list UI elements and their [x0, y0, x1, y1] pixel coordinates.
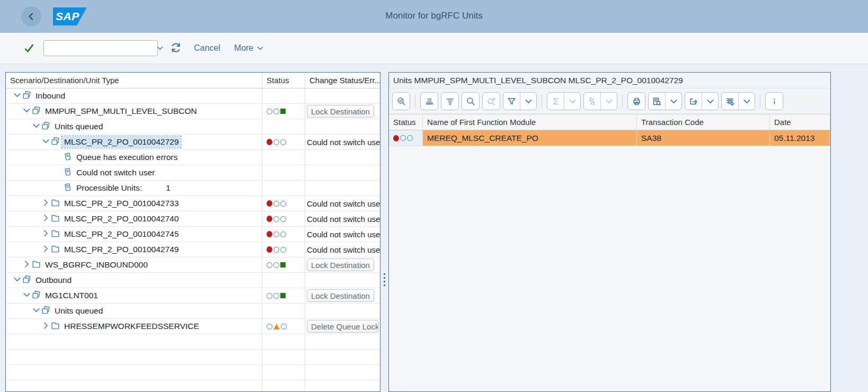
- toolbar-separator: [542, 94, 542, 108]
- chevron-right-icon[interactable]: [41, 320, 50, 333]
- bgrfc-tree-panel: Scenario/Destination/Unit TypeStatusChan…: [5, 72, 380, 392]
- checkmark-icon[interactable]: [23, 42, 35, 54]
- chevron-down-icon[interactable]: [22, 105, 31, 118]
- tree-node-label[interactable]: Inbound: [34, 91, 67, 101]
- chevron-right-icon[interactable]: [41, 213, 50, 225]
- tree-row[interactable]: Inbound: [6, 88, 380, 104]
- tree-row[interactable]: MLSC_PR_2_PO_0010042729 Could not switch…: [6, 135, 380, 150]
- tree-row[interactable]: Outbound: [6, 273, 380, 288]
- export-button[interactable]: [685, 93, 702, 110]
- tree-row[interactable]: MMPUR_SPM_MULTI_LEVEL_SUBCON Lock Destin…: [6, 104, 380, 119]
- tree-node-label[interactable]: Outbound: [34, 275, 73, 286]
- command-field[interactable]: [43, 40, 158, 56]
- column-header-change-status-err[interactable]: Change Status/Err...: [305, 73, 380, 88]
- details-button[interactable]: [392, 92, 410, 110]
- alv-toolbar: [389, 88, 830, 114]
- node-open-icon: [31, 290, 41, 302]
- tree-row[interactable]: MLSC_PR_2_PO_0010042745 Could not switch…: [6, 227, 380, 242]
- splitter-handle[interactable]: [384, 273, 385, 287]
- layout-menu-button[interactable]: [738, 93, 755, 110]
- tree-row[interactable]: MLSC_PR_2_PO_0010042733 Could not switch…: [6, 196, 380, 211]
- tree-node-label[interactable]: MLSC_PR_2_PO_0010042740: [63, 213, 180, 224]
- tree-node-label[interactable]: MLSC_PR_2_PO_0010042733: [63, 198, 180, 209]
- print-button[interactable]: [627, 92, 645, 110]
- command-toolbar: Cancel More: [0, 33, 868, 64]
- tree-row[interactable]: Processible Units:1: [6, 181, 380, 196]
- views-menu-button[interactable]: [665, 93, 681, 110]
- tree-row[interactable]: WS_BGRFC_INBOUND000 Lock Destination: [6, 257, 380, 273]
- info-button[interactable]: [765, 92, 783, 110]
- chevron-down-icon: [705, 96, 715, 106]
- tree-row[interactable]: HRESSEMPWORKFEEDSSERVICE Delete Queue Lo…: [6, 319, 380, 334]
- unit-count: 1: [166, 183, 171, 193]
- ring-icon: [273, 262, 279, 268]
- chevron-right-icon[interactable]: [41, 198, 50, 210]
- tree-row[interactable]: Could not switch user: [6, 165, 380, 181]
- tree-node-label[interactable]: MLSC_PR_2_PO_0010042749: [63, 244, 180, 255]
- chevron-down-icon[interactable]: [12, 90, 21, 102]
- tree-row[interactable]: Queue has execution errors: [6, 150, 380, 165]
- export-menu-button[interactable]: [702, 93, 718, 110]
- tree-row[interactable]: Units queued: [6, 304, 380, 319]
- chevron-down-icon[interactable]: [22, 290, 31, 302]
- column-header-transaction-code[interactable]: Transaction Code: [637, 114, 770, 130]
- tree-node-label[interactable]: MLSC_PR_2_PO_0010042745: [63, 229, 180, 239]
- units-panel-title: Units MMPUR_SPM_MULTI_LEVEL_SUBCON MLSC_…: [389, 73, 830, 88]
- views-button[interactable]: [649, 93, 665, 110]
- delete-queue-lock-button[interactable]: Delete Queue Lock: [307, 320, 378, 333]
- ring-icon: [280, 231, 286, 237]
- column-header-status[interactable]: Status: [262, 73, 305, 88]
- green-square-icon: [280, 293, 286, 298]
- tree-node-label[interactable]: MMPUR_SPM_MULTI_LEVEL_SUBCON: [43, 106, 199, 117]
- chevron-right-icon[interactable]: [22, 259, 31, 271]
- tree-node-label[interactable]: Queue has execution errors: [75, 152, 179, 163]
- sort-ascending-button[interactable]: [420, 92, 438, 110]
- layout-button[interactable]: [722, 93, 738, 110]
- refresh-button[interactable]: [170, 41, 182, 56]
- page-title: Monitor for bgRFC Units: [0, 11, 868, 21]
- tree-node-label[interactable]: WS_BGRFC_INBOUND000: [43, 260, 149, 270]
- chevron-down-icon[interactable]: [12, 274, 21, 287]
- tree-row[interactable]: Units queued: [6, 119, 380, 135]
- tree-node-label[interactable]: Processible Units:: [75, 183, 144, 193]
- subtotal-split-button: [583, 92, 617, 110]
- subtotal-icon: [587, 96, 597, 106]
- filter-menu-button[interactable]: [520, 93, 536, 110]
- lock-destination-button[interactable]: Lock Destination: [307, 259, 374, 271]
- tree-row[interactable]: MG1CLNT001 Lock Destination: [6, 288, 380, 304]
- sort-descending-button[interactable]: [441, 92, 459, 110]
- column-header-scenario-destination-unit-type[interactable]: Scenario/Destination/Unit Type: [6, 73, 262, 88]
- green-square-icon: [280, 109, 286, 114]
- sort-ascending-icon: [424, 96, 435, 106]
- find-button[interactable]: [462, 92, 480, 110]
- units-table-row[interactable]: MEREQ_MLSC_CREATE_POSA3805.11.2013: [389, 130, 830, 146]
- tree-node-label[interactable]: Units queued: [53, 121, 104, 132]
- ring-icon: [267, 293, 272, 299]
- filter-split-button: [503, 92, 537, 110]
- cancel-button[interactable]: Cancel: [194, 43, 220, 53]
- tree-row[interactable]: MLSC_PR_2_PO_0010042740 Could not switch…: [6, 211, 380, 227]
- chevron-down-icon[interactable]: [31, 305, 40, 317]
- tree-row[interactable]: MLSC_PR_2_PO_0010042749 Could not switch…: [6, 242, 380, 257]
- chevron-right-icon[interactable]: [41, 228, 50, 240]
- chevron-right-icon[interactable]: [41, 244, 50, 256]
- chevron-down-icon[interactable]: [41, 136, 50, 148]
- column-header-name-of-first-function-module[interactable]: Name of First Function Module: [423, 114, 637, 130]
- column-header-status[interactable]: Status: [389, 114, 423, 130]
- panel-splitter[interactable]: [380, 72, 388, 392]
- ring-icon: [273, 216, 279, 222]
- toolbar-separator: [622, 94, 623, 108]
- tree-node-label[interactable]: HRESSEMPWORKFEEDSSERVICE: [63, 321, 201, 332]
- tree-node-label[interactable]: Units queued: [53, 306, 104, 316]
- tree-node-label[interactable]: Could not switch user: [75, 167, 156, 178]
- chevron-down-icon[interactable]: [156, 44, 164, 52]
- tree-node-label[interactable]: MLSC_PR_2_PO_0010042729: [63, 137, 180, 147]
- filter-button[interactable]: [503, 93, 520, 110]
- command-input[interactable]: [44, 41, 156, 55]
- more-button[interactable]: More: [234, 43, 264, 53]
- tree-node-label[interactable]: MG1CLNT001: [43, 290, 100, 301]
- chevron-down-icon[interactable]: [31, 121, 40, 133]
- column-header-date[interactable]: Date: [770, 114, 830, 130]
- lock-destination-button[interactable]: Lock Destination: [307, 289, 374, 302]
- lock-destination-button[interactable]: Lock Destination: [307, 105, 374, 118]
